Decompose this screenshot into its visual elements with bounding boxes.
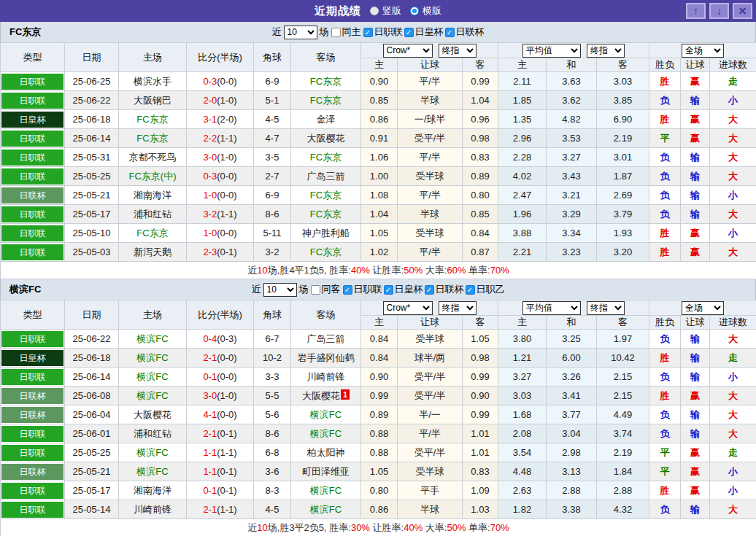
sub-header-odds-away: 客 bbox=[463, 316, 498, 330]
full-time-score: 3-0 bbox=[203, 152, 217, 163]
away-team-name: 横滨FC bbox=[310, 504, 342, 515]
match-row: 日职联25-05-03新泻天鹅2-3(0-1)3-2FC东京1.02平/半0.8… bbox=[1, 243, 756, 262]
average-time-select[interactable]: 终指 bbox=[587, 44, 625, 58]
home-team-cell: FC东京 bbox=[119, 129, 187, 148]
away-team-cell: FC东京 bbox=[291, 91, 361, 110]
same-venue-checkbox[interactable]: 同客 bbox=[311, 283, 341, 296]
home-team-cell: 横滨FC bbox=[119, 387, 187, 405]
type-cell: 日联杯 bbox=[1, 387, 65, 405]
league-checkbox[interactable]: ✓日皇杯 bbox=[404, 26, 444, 39]
score-cell: 1-1(0-1) bbox=[187, 462, 254, 481]
score-cell: 0-1(0-1) bbox=[187, 481, 254, 500]
avg-away-odds-cell: 3.03 bbox=[597, 72, 649, 91]
league-checkbox-label: 日职联 bbox=[374, 26, 403, 39]
summary-segment: 50% bbox=[447, 522, 466, 533]
section-fc-tokyo: FC东京 近 10 场 同主 ✓日职联✓日皇杯✓日联杯 类 bbox=[0, 22, 756, 279]
result-handicap-cell: 输 bbox=[681, 186, 710, 205]
result-wdl-cell: 胜 bbox=[649, 110, 681, 129]
recent-count-select[interactable]: 10 bbox=[284, 26, 317, 39]
same-venue-checkbox[interactable]: 同主 bbox=[331, 26, 361, 39]
sub-header-avg-home: 主 bbox=[498, 316, 547, 330]
scope-select[interactable]: 全场 bbox=[682, 44, 724, 58]
league-checkbox[interactable]: ✓日职联 bbox=[363, 26, 403, 39]
league-checkbox[interactable]: ✓日联杯 bbox=[445, 26, 485, 39]
corners-cell: 5-11 bbox=[254, 224, 291, 243]
league-checkbox[interactable]: ✓日皇杯 bbox=[384, 283, 423, 296]
average-select[interactable]: 平均值 bbox=[522, 44, 581, 58]
crow-home-odds-cell: 1.05 bbox=[361, 462, 398, 481]
corners-cell: 3-6 bbox=[254, 462, 291, 481]
league-checkbox-label: 日联杯 bbox=[456, 26, 485, 39]
away-team-name: 大阪樱花 bbox=[302, 390, 340, 401]
away-team-cell: 町田泽维亚 bbox=[291, 462, 361, 481]
checkbox-icon[interactable]: ✓ bbox=[384, 285, 393, 295]
league-type-badge: 日职联 bbox=[1, 206, 63, 222]
odds-time-select[interactable]: 终指 bbox=[439, 301, 477, 315]
score-cell: 0-4(0-3) bbox=[187, 330, 254, 349]
checkbox-icon[interactable] bbox=[331, 28, 341, 37]
odds-company-select[interactable]: Crow* bbox=[383, 44, 433, 58]
result-wdl-cell: 胜 bbox=[649, 481, 681, 500]
league-type-badge: 日职联 bbox=[1, 483, 63, 499]
col-header-score: 比分(半场) bbox=[187, 300, 254, 330]
odds-time-select[interactable]: 终指 bbox=[439, 44, 477, 58]
checkbox-icon[interactable]: ✓ bbox=[404, 28, 414, 37]
crow-away-odds-cell: 0.85 bbox=[463, 205, 498, 224]
away-team-cell: 大阪樱花1 bbox=[291, 387, 361, 405]
avg-away-odds-cell: 3.74 bbox=[597, 424, 649, 443]
down-arrow-icon: ↓ bbox=[717, 5, 722, 17]
full-time-score: 0-3 bbox=[203, 76, 217, 87]
crow-handicap-cell: 受半球 bbox=[398, 224, 463, 243]
summary-row: 近10场,胜4平1负5, 胜率:40% 让胜率:50% 大率:60% 单率:70… bbox=[1, 262, 756, 279]
move-up-button[interactable]: ↑ bbox=[686, 3, 706, 19]
checkbox-icon[interactable] bbox=[311, 285, 320, 295]
sub-header-handicap: 让球 bbox=[398, 316, 463, 330]
date-cell: 25-05-14 bbox=[65, 500, 119, 519]
away-team-name: 广岛三箭 bbox=[307, 171, 345, 182]
away-team-name: FC东京 bbox=[310, 95, 342, 106]
radio-selected-icon[interactable] bbox=[410, 7, 419, 15]
league-checkbox[interactable]: ✓日职联 bbox=[343, 283, 382, 296]
away-team-name: 横滨FC bbox=[310, 485, 342, 496]
checkbox-icon[interactable]: ✓ bbox=[343, 285, 352, 295]
close-button[interactable]: ✕ bbox=[733, 3, 752, 19]
sub-header-wdl: 胜负 bbox=[649, 58, 681, 72]
checkbox-icon[interactable]: ✓ bbox=[445, 28, 455, 37]
league-type-badge: 日职联 bbox=[1, 244, 63, 260]
avg-away-odds-cell: 10.42 bbox=[597, 349, 649, 368]
stats-table: 类型 日期 主场 比分(半场) 角球 客场 Crow* 终指 平均值 bbox=[0, 300, 756, 536]
crow-handicap-cell: 受平/半 bbox=[398, 129, 463, 148]
half-time-score: (1-1) bbox=[217, 133, 236, 144]
away-team-cell: FC东京 bbox=[291, 205, 361, 224]
layout-radio-horizontal[interactable]: 横版 bbox=[410, 4, 441, 18]
corners-cell: 8-3 bbox=[254, 481, 291, 500]
result-handicap-cell: 赢 bbox=[681, 387, 710, 405]
checkbox-icon[interactable]: ✓ bbox=[425, 285, 434, 295]
corners-cell: 8-6 bbox=[254, 205, 291, 224]
move-down-button[interactable]: ↓ bbox=[709, 3, 729, 19]
score-cell: 1-1(1-1) bbox=[187, 443, 254, 462]
avg-draw-odds-cell: 3.13 bbox=[547, 462, 597, 481]
checkbox-icon[interactable]: ✓ bbox=[466, 285, 475, 295]
away-team-cell: FC东京 bbox=[291, 72, 361, 91]
league-checkbox[interactable]: ✓日联杯 bbox=[425, 283, 464, 296]
odds-company-select[interactable]: Crow* bbox=[383, 301, 433, 315]
recent-count-select[interactable]: 10 bbox=[263, 283, 297, 297]
layout-radio-vertical[interactable]: 竖版 bbox=[370, 4, 401, 18]
date-cell: 25-05-03 bbox=[65, 243, 119, 262]
checkbox-icon[interactable]: ✓ bbox=[363, 28, 373, 37]
avg-home-odds-cell: 2.28 bbox=[498, 148, 547, 167]
radio-unselected-icon[interactable] bbox=[370, 7, 379, 15]
league-checkbox[interactable]: ✓日职乙 bbox=[466, 283, 505, 296]
average-select[interactable]: 平均值 bbox=[522, 301, 581, 315]
away-team-name: 大阪樱花 bbox=[307, 133, 345, 144]
league-type-badge: 日职联 bbox=[1, 74, 63, 90]
average-time-select[interactable]: 终指 bbox=[587, 301, 625, 315]
score-cell: 2-1(0-0) bbox=[187, 349, 254, 368]
avg-away-odds-cell: 2.88 bbox=[597, 481, 649, 500]
scope-select[interactable]: 全场 bbox=[682, 301, 724, 315]
sub-header-handicap-result: 让球 bbox=[681, 58, 710, 72]
avg-home-odds-cell: 3.88 bbox=[498, 224, 547, 243]
home-team-cell: 横滨FC bbox=[119, 443, 187, 462]
crow-home-odds-cell: 0.88 bbox=[361, 443, 398, 462]
